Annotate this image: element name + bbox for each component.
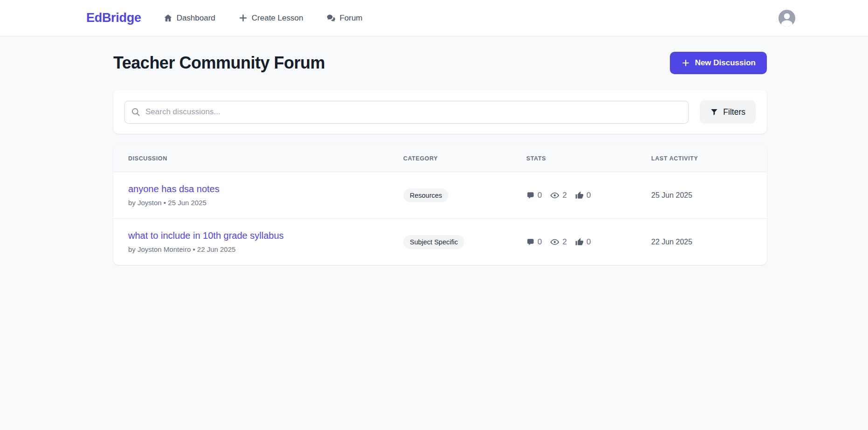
filters-label: Filters: [723, 107, 745, 117]
comment-icon: [526, 191, 535, 200]
search-icon: [131, 107, 140, 117]
new-discussion-label: New Discussion: [695, 58, 756, 68]
discussion-byline: by Joyston • 25 Jun 2025: [128, 199, 403, 207]
table-header-row: DISCUSSION CATEGORY STATS LAST ACTIVITY: [113, 145, 767, 172]
nav-item-dashboard[interactable]: Dashboard: [164, 14, 215, 23]
category-cell: Subject Specific: [403, 235, 526, 249]
table-row: what to include in 10th grade syllabus b…: [113, 218, 767, 265]
likes-count: 0: [586, 237, 591, 247]
plus-icon: [681, 58, 690, 68]
last-activity-cell: 25 Jun 2025: [651, 191, 752, 200]
discussion-byline: by Joyston Monteiro • 22 Jun 2025: [128, 245, 403, 253]
stats-cell: 0 2 0: [526, 237, 651, 247]
category-cell: Resources: [403, 188, 526, 202]
comments-count: 0: [537, 191, 542, 200]
nav-item-create-lesson[interactable]: Create Lesson: [239, 14, 303, 23]
home-icon: [164, 14, 172, 22]
user-icon: [778, 9, 796, 27]
nav-item-label: Forum: [339, 14, 362, 23]
new-discussion-button[interactable]: New Discussion: [670, 52, 767, 74]
brand-logo[interactable]: EdBridge: [86, 11, 141, 25]
column-header-last-activity: LAST ACTIVITY: [651, 155, 752, 162]
discussion-title-link[interactable]: anyone has dsa notes: [128, 184, 220, 194]
column-header-stats: STATS: [526, 155, 651, 162]
comments-count: 0: [537, 237, 542, 247]
views-stat: 2: [550, 191, 566, 200]
likes-stat: 0: [575, 237, 591, 247]
filter-funnel-icon: [710, 108, 718, 116]
table-row: anyone has dsa notes by Joyston • 25 Jun…: [113, 172, 767, 218]
filters-button[interactable]: Filters: [700, 100, 756, 124]
thumbs-up-icon: [575, 238, 584, 246]
main-content: Teacher Community Forum New Discussion F…: [113, 36, 767, 265]
user-avatar[interactable]: [778, 9, 796, 27]
likes-stat: 0: [575, 191, 591, 200]
search-bar-card: Filters: [113, 90, 767, 134]
eye-icon: [550, 237, 559, 247]
plus-icon: [239, 14, 248, 22]
top-navbar: EdBridge Dashboard Create Lesson Forum: [0, 0, 868, 36]
discussion-title-link[interactable]: what to include in 10th grade syllabus: [128, 230, 284, 241]
category-badge: Resources: [403, 188, 448, 202]
column-header-category: CATEGORY: [403, 155, 526, 162]
discussions-table: DISCUSSION CATEGORY STATS LAST ACTIVITY …: [113, 145, 767, 265]
page-title: Teacher Community Forum: [113, 53, 325, 73]
last-activity-cell: 22 Jun 2025: [651, 238, 752, 246]
column-header-discussion: DISCUSSION: [128, 155, 403, 162]
nav-item-label: Dashboard: [177, 14, 215, 23]
stats-cell: 0 2 0: [526, 191, 651, 200]
views-stat: 2: [550, 237, 566, 247]
chat-bubbles-icon: [326, 14, 335, 22]
comments-stat: 0: [526, 191, 542, 200]
eye-icon: [550, 191, 559, 200]
discussion-cell: what to include in 10th grade syllabus b…: [128, 230, 403, 253]
category-badge: Subject Specific: [403, 235, 464, 249]
views-count: 2: [562, 191, 566, 200]
nav-item-label: Create Lesson: [252, 14, 303, 23]
nav-item-forum[interactable]: Forum: [326, 14, 362, 23]
thumbs-up-icon: [575, 191, 584, 200]
comments-stat: 0: [526, 237, 542, 247]
main-nav: Dashboard Create Lesson Forum: [164, 14, 363, 23]
comment-icon: [526, 238, 535, 246]
discussion-cell: anyone has dsa notes by Joyston • 25 Jun…: [128, 184, 403, 207]
likes-count: 0: [586, 191, 591, 200]
search-input[interactable]: [124, 101, 689, 124]
views-count: 2: [562, 237, 566, 247]
